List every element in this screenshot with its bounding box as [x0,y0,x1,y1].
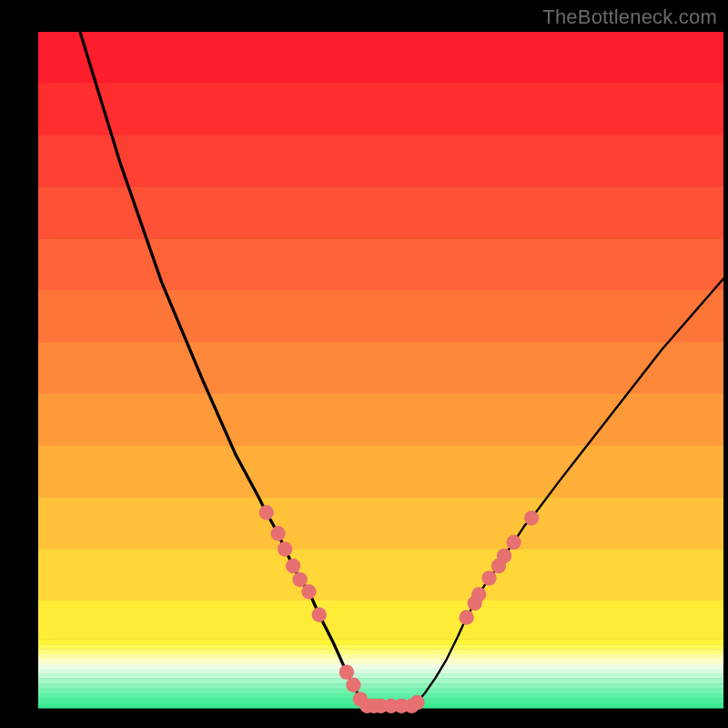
gradient-row [38,32,723,84]
chart-frame: TheBottleneck.com [0,0,728,728]
data-point [286,559,300,573]
data-point [270,526,285,541]
gradient-row [38,446,723,498]
gradient-row [38,549,723,601]
bottleneck-curve-chart [0,0,728,728]
data-point [497,549,511,563]
gradient-row [38,654,723,660]
gradient-row [38,649,723,654]
gradient-row [38,664,723,670]
gradient-row [38,601,723,640]
data-point [410,695,424,710]
chart-background-gradient [38,32,723,709]
data-point [339,664,354,679]
gradient-row [38,673,723,679]
gradient-row [38,187,723,239]
gradient-row [38,659,723,664]
data-point [481,571,496,585]
data-point [301,584,316,599]
data-point [259,505,274,520]
gradient-row [38,683,723,689]
gradient-row [38,693,723,699]
gradient-row [38,644,723,650]
gradient-row [38,678,723,683]
data-point [524,511,539,525]
gradient-row [38,136,723,187]
gradient-row [38,639,723,644]
data-point [278,541,292,556]
data-point [506,535,521,550]
gradient-row [38,669,723,674]
data-point [471,587,486,602]
data-point [459,610,473,624]
gradient-row [38,290,723,343]
gradient-row [38,238,723,290]
gradient-row [38,342,723,394]
data-point [346,678,360,693]
gradient-row [38,497,723,550]
watermark-text: TheBottleneck.com [542,5,717,29]
data-point [312,607,327,622]
gradient-row [38,688,723,693]
gradient-row [38,83,723,136]
data-point [292,572,307,587]
